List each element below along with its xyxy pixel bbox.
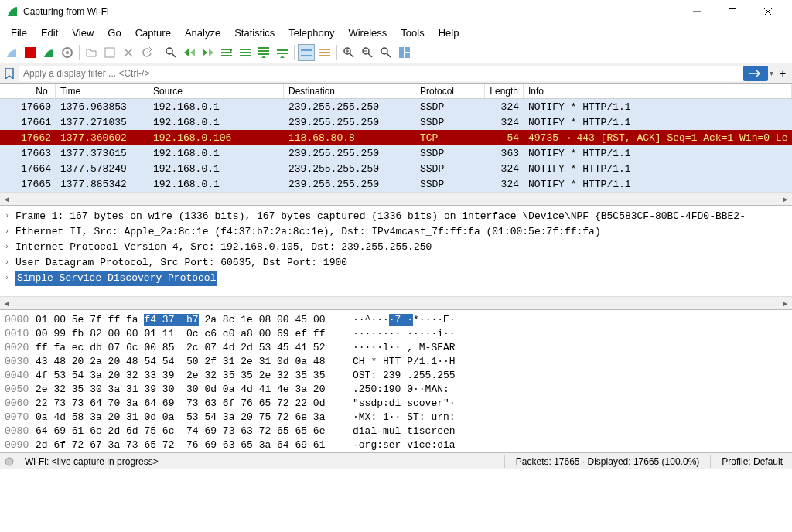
menu-wireless[interactable]: Wireless (342, 26, 393, 40)
expand-icon[interactable]: › (5, 240, 12, 255)
table-row[interactable]: 176621377.360602192.168.0.106118.68.80.8… (0, 130, 792, 145)
goto-last-icon[interactable] (255, 44, 272, 61)
scroll-right-icon[interactable]: ► (779, 193, 792, 206)
svg-rect-1 (729, 9, 736, 15)
display-filter-input[interactable] (19, 66, 743, 81)
details-scrollbar[interactable]: ◄ ► (0, 296, 792, 309)
filter-history-icon[interactable]: ▾ (770, 69, 773, 77)
reload-file-icon[interactable] (138, 44, 155, 61)
scroll-right-icon[interactable]: ► (779, 297, 792, 310)
svg-point-10 (166, 48, 172, 54)
svg-rect-25 (301, 55, 312, 56)
detail-udp[interactable]: User Datagram Protocol, Src Port: 60635,… (15, 255, 347, 271)
colorize-packets-icon[interactable] (298, 44, 315, 61)
col-source[interactable]: Source (148, 84, 284, 98)
scroll-left-icon[interactable]: ◄ (0, 297, 13, 310)
restart-capture-icon[interactable] (40, 44, 57, 61)
col-length[interactable]: Length (485, 84, 524, 98)
hex-row[interactable]: 003043 48 20 2a 20 48 54 54 50 2f 31 2e … (5, 355, 787, 369)
table-row[interactable]: 176631377.373615192.168.0.1239.255.255.2… (0, 145, 792, 161)
filter-bar: ▾ + (0, 63, 792, 84)
menu-analyze[interactable]: Analyze (179, 26, 227, 40)
svg-line-11 (172, 53, 176, 57)
hex-row[interactable]: 0020ff fa ec db 07 6c 00 85 2c 07 4d 2d … (5, 341, 787, 355)
save-file-icon[interactable] (101, 44, 118, 61)
svg-rect-26 (319, 49, 330, 50)
stop-capture-icon[interactable] (22, 44, 39, 61)
svg-rect-4 (25, 47, 36, 58)
table-row[interactable]: 176601376.963853192.168.0.1239.255.255.2… (0, 99, 792, 114)
col-protocol[interactable]: Protocol (415, 84, 485, 98)
start-capture-icon[interactable] (3, 44, 20, 61)
svg-rect-16 (240, 52, 251, 53)
hex-row[interactable]: 00502e 32 35 30 3a 31 39 30 30 0d 0a 4d … (5, 383, 787, 397)
expand-icon[interactable]: › (5, 209, 12, 224)
close-button[interactable] (750, 0, 786, 23)
hex-row[interactable]: 008064 69 61 6c 2d 6d 75 6c 74 69 73 63 … (5, 425, 787, 438)
go-back-icon[interactable] (181, 44, 198, 61)
zoom-in-icon[interactable] (340, 44, 357, 61)
svg-rect-7 (105, 48, 114, 57)
resize-layout-icon[interactable] (396, 44, 413, 61)
table-row[interactable]: 176651377.885342192.168.0.1239.255.255.2… (0, 176, 792, 192)
svg-rect-40 (405, 53, 410, 58)
expand-icon[interactable]: › (5, 224, 12, 240)
resize-columns-icon[interactable] (316, 44, 333, 61)
goto-first-icon[interactable] (237, 44, 254, 61)
hex-row[interactable]: 00902d 6f 72 67 3a 73 65 72 76 69 63 65 … (5, 438, 787, 452)
go-forward-icon[interactable] (200, 44, 217, 61)
col-time[interactable]: Time (56, 84, 148, 98)
detail-eth[interactable]: Ethernet II, Src: Apple_2a:8c:1e (f4:37:… (15, 224, 601, 240)
detail-frame[interactable]: Frame 1: 167 bytes on wire (1336 bits), … (15, 209, 746, 224)
table-row[interactable]: 176611377.271035192.168.0.1239.255.255.2… (0, 114, 792, 130)
menu-capture[interactable]: Capture (129, 26, 177, 40)
hex-row[interactable]: 000001 00 5e 7f ff fa f4 37 b7 2a 8c 1e … (5, 313, 787, 327)
svg-rect-15 (240, 49, 251, 50)
zoom-reset-icon[interactable] (377, 44, 394, 61)
hex-row[interactable]: 001000 99 fb 82 00 00 01 11 0c c6 c0 a8 … (5, 327, 787, 341)
open-file-icon[interactable] (83, 44, 100, 61)
table-row[interactable]: 176641377.578249192.168.0.1239.255.255.2… (0, 161, 792, 176)
statusbar: Wi-Fi: <live capture in progress> Packet… (0, 452, 792, 469)
menu-help[interactable]: Help (432, 26, 466, 40)
col-info[interactable]: Info (524, 84, 792, 98)
svg-rect-19 (258, 50, 269, 52)
packet-list[interactable]: 176601376.963853192.168.0.1239.255.255.2… (0, 99, 792, 192)
bookmark-icon[interactable] (3, 67, 15, 80)
autoscroll-icon[interactable] (274, 44, 291, 61)
close-file-icon[interactable] (120, 44, 137, 61)
svg-rect-38 (399, 47, 404, 58)
goto-packet-icon[interactable] (218, 44, 235, 61)
menu-telephony[interactable]: Telephony (282, 26, 340, 40)
packet-list-scrollbar[interactable]: ◄ ► (0, 192, 792, 205)
svg-rect-22 (277, 53, 288, 54)
expert-info-icon[interactable] (5, 457, 14, 466)
col-destination[interactable]: Destination (284, 84, 415, 98)
menu-edit[interactable]: Edit (35, 26, 64, 40)
apply-filter-button[interactable] (743, 66, 768, 81)
hex-row[interactable]: 006022 73 73 64 70 3a 64 69 73 63 6f 76 … (5, 397, 787, 411)
status-profile[interactable]: Profile: Default (717, 456, 787, 467)
packet-details[interactable]: ›Frame 1: 167 bytes on wire (1336 bits),… (0, 205, 792, 296)
menu-tools[interactable]: Tools (394, 26, 430, 40)
hex-row[interactable]: 00404f 53 54 3a 20 32 33 39 2e 32 35 35 … (5, 369, 787, 383)
menu-go[interactable]: Go (101, 26, 127, 40)
hex-row[interactable]: 00700a 4d 58 3a 20 31 0d 0a 53 54 3a 20 … (5, 411, 787, 425)
expand-icon[interactable]: › (5, 271, 12, 286)
find-packet-icon[interactable] (162, 44, 179, 61)
detail-ssdp[interactable]: Simple Service Discovery Protocol (15, 271, 217, 286)
menu-file[interactable]: File (5, 26, 33, 40)
detail-ip[interactable]: Internet Protocol Version 4, Src: 192.16… (15, 240, 432, 255)
window-title: Capturing from Wi-Fi (23, 6, 679, 17)
minimize-button[interactable] (679, 0, 715, 23)
add-filter-button[interactable]: + (777, 66, 789, 81)
maximize-button[interactable] (715, 0, 750, 23)
capture-options-icon[interactable] (59, 44, 76, 61)
col-no[interactable]: No. (0, 84, 56, 98)
zoom-out-icon[interactable] (359, 44, 376, 61)
expand-icon[interactable]: › (5, 255, 12, 271)
hex-pane[interactable]: 000001 00 5e 7f ff fa f4 37 b7 2a 8c 1e … (0, 309, 792, 452)
scroll-left-icon[interactable]: ◄ (0, 193, 13, 206)
menu-statistics[interactable]: Statistics (228, 26, 281, 40)
menu-view[interactable]: View (66, 26, 100, 40)
